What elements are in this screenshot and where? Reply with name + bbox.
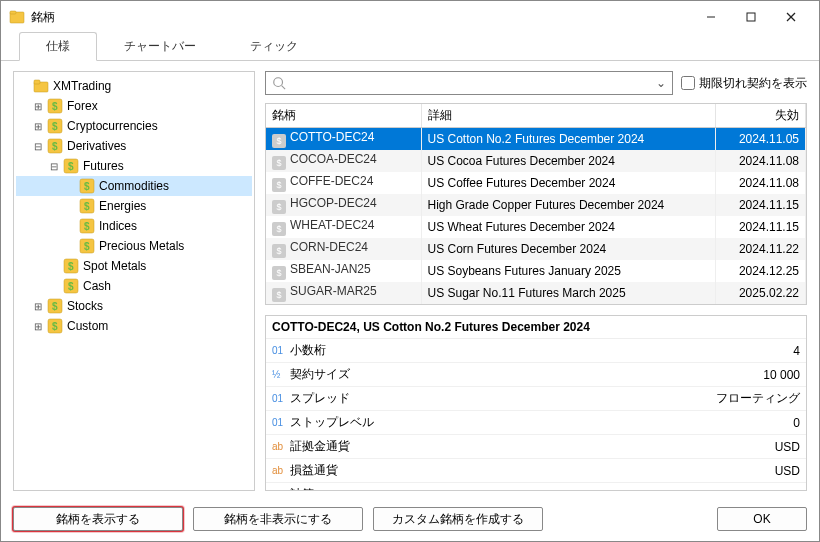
details-row: ab証拠金通貨USD xyxy=(266,435,806,459)
svg-text:$: $ xyxy=(52,321,58,332)
window-buttons xyxy=(691,3,811,31)
symbol-icon: $ xyxy=(272,200,286,214)
table-row[interactable]: $WHEAT-DEC24US Wheat Futures December 20… xyxy=(266,216,806,238)
titlebar: 銘柄 xyxy=(1,1,819,33)
collapse-icon[interactable]: ⊟ xyxy=(32,141,44,152)
svg-text:$: $ xyxy=(84,181,90,192)
search-row: ⌄ 期限切れ契約を表示 xyxy=(265,71,807,95)
svg-text:$: $ xyxy=(84,241,90,252)
svg-text:$: $ xyxy=(84,221,90,232)
show-expired-checkbox[interactable]: 期限切れ契約を表示 xyxy=(681,75,807,92)
show-expired-input[interactable] xyxy=(681,76,695,90)
tree-futures[interactable]: ⊟$Futures xyxy=(16,156,252,176)
symbol-icon: $ xyxy=(272,178,286,192)
tab-tick[interactable]: ティック xyxy=(223,32,325,61)
expand-icon[interactable]: ⊞ xyxy=(32,321,44,332)
create-custom-button[interactable]: カスタム銘柄を作成する xyxy=(373,507,543,531)
main-area: ▸XMTrading ⊞$Forex ⊞$Cryptocurrencies ⊟$… xyxy=(1,61,819,499)
property-icon: ab xyxy=(272,465,290,476)
property-icon: 01 xyxy=(272,417,290,428)
hide-symbol-button[interactable]: 銘柄を非表示にする xyxy=(193,507,363,531)
svg-text:$: $ xyxy=(52,101,58,112)
tabs: 仕様 チャートバー ティック xyxy=(1,33,819,61)
svg-text:$: $ xyxy=(68,281,74,292)
property-icon: 01 xyxy=(272,489,290,491)
expand-icon[interactable]: ⊞ xyxy=(32,101,44,112)
tree-crypto[interactable]: ⊞$Cryptocurrencies xyxy=(16,116,252,136)
tree-precious[interactable]: ▸$Precious Metals xyxy=(16,236,252,256)
right-panel: ⌄ 期限切れ契約を表示 銘柄 詳細 失効 $COTTO-DEC24US Cott… xyxy=(265,71,807,491)
table-row[interactable]: $HGCOP-DEC24High Grade Copper Futures De… xyxy=(266,194,806,216)
tree-root[interactable]: ▸XMTrading xyxy=(16,76,252,96)
details-panel: COTTO-DEC24, US Cotton No.2 Futures Dece… xyxy=(265,315,807,491)
tree-energies[interactable]: ▸$Energies xyxy=(16,196,252,216)
svg-text:$: $ xyxy=(52,301,58,312)
details-row: ab損益通貨USD xyxy=(266,459,806,483)
col-detail[interactable]: 詳細 xyxy=(421,104,716,128)
details-row: 01小数桁4 xyxy=(266,339,806,363)
symbol-icon: $ xyxy=(272,222,286,236)
details-row: 01計算CFD xyxy=(266,483,806,492)
symbols-window: 銘柄 仕様 チャートバー ティック ▸XMTrading ⊞$Forex ⊞$C… xyxy=(0,0,820,542)
maximize-button[interactable] xyxy=(731,3,771,31)
svg-text:$: $ xyxy=(68,261,74,272)
app-icon xyxy=(9,9,25,25)
tree-commodities[interactable]: ▸$Commodities xyxy=(16,176,252,196)
symbol-icon: $ xyxy=(272,266,286,280)
expand-icon[interactable]: ⊞ xyxy=(32,301,44,312)
table-row[interactable]: $CORN-DEC24US Corn Futures December 2024… xyxy=(266,238,806,260)
table-row[interactable]: $COCOA-DEC24US Cocoa Futures December 20… xyxy=(266,150,806,172)
expand-icon[interactable]: ⊞ xyxy=(32,121,44,132)
tree-cash[interactable]: ▸$Cash xyxy=(16,276,252,296)
table-row[interactable]: $SUGAR-MAR25US Sugar No.11 Futures March… xyxy=(266,282,806,304)
col-symbol[interactable]: 銘柄 xyxy=(266,104,421,128)
details-row: ½契約サイズ10 000 xyxy=(266,363,806,387)
symbol-icon: $ xyxy=(272,244,286,258)
property-icon: ½ xyxy=(272,369,290,380)
symbol-icon: $ xyxy=(272,156,286,170)
property-icon: ab xyxy=(272,441,290,452)
tree-spot[interactable]: ▸$Spot Metals xyxy=(16,256,252,276)
tree-custom[interactable]: ⊞$Custom xyxy=(16,316,252,336)
svg-rect-1 xyxy=(10,11,16,14)
col-expire[interactable]: 失効 xyxy=(716,104,806,128)
search-box[interactable]: ⌄ xyxy=(265,71,673,95)
details-row: 01ストップレベル0 xyxy=(266,411,806,435)
symbol-icon: $ xyxy=(272,134,286,148)
table-row[interactable]: $COFFE-DEC24US Coffee Futures December 2… xyxy=(266,172,806,194)
show-symbol-button[interactable]: 銘柄を表示する xyxy=(13,507,183,531)
tree-indices[interactable]: ▸$Indices xyxy=(16,216,252,236)
svg-line-33 xyxy=(282,86,286,90)
svg-text:$: $ xyxy=(68,161,74,172)
symbols-grid[interactable]: 銘柄 詳細 失効 $COTTO-DEC24US Cotton No.2 Futu… xyxy=(265,103,807,305)
chevron-down-icon[interactable]: ⌄ xyxy=(656,76,666,90)
symbol-tree[interactable]: ▸XMTrading ⊞$Forex ⊞$Cryptocurrencies ⊟$… xyxy=(13,71,255,491)
svg-rect-3 xyxy=(747,13,755,21)
close-button[interactable] xyxy=(771,3,811,31)
svg-text:$: $ xyxy=(84,201,90,212)
collapse-icon[interactable]: ⊟ xyxy=(48,161,60,172)
ok-button[interactable]: OK xyxy=(717,507,807,531)
details-title: COTTO-DEC24, US Cotton No.2 Futures Dece… xyxy=(266,316,806,339)
details-row: 01スプレッドフローティング xyxy=(266,387,806,411)
symbol-icon: $ xyxy=(272,288,286,302)
tab-chartbar[interactable]: チャートバー xyxy=(97,32,223,61)
search-icon xyxy=(272,76,286,90)
tab-spec[interactable]: 仕様 xyxy=(19,32,97,61)
svg-text:$: $ xyxy=(52,121,58,132)
tree-forex[interactable]: ⊞$Forex xyxy=(16,96,252,116)
table-row[interactable]: $SBEAN-JAN25US Soybeans Futures January … xyxy=(266,260,806,282)
svg-text:$: $ xyxy=(52,141,58,152)
svg-point-32 xyxy=(274,78,283,87)
property-icon: 01 xyxy=(272,345,290,356)
minimize-button[interactable] xyxy=(691,3,731,31)
table-row[interactable]: $COTTO-DEC24US Cotton No.2 Futures Decem… xyxy=(266,128,806,151)
tree-derivatives[interactable]: ⊟$Derivatives xyxy=(16,136,252,156)
property-icon: 01 xyxy=(272,393,290,404)
svg-rect-7 xyxy=(34,80,40,84)
tree-stocks[interactable]: ⊞$Stocks xyxy=(16,296,252,316)
search-input[interactable] xyxy=(290,76,656,90)
footer: 銘柄を表示する 銘柄を非表示にする カスタム銘柄を作成する OK xyxy=(1,499,819,541)
window-title: 銘柄 xyxy=(31,9,691,26)
